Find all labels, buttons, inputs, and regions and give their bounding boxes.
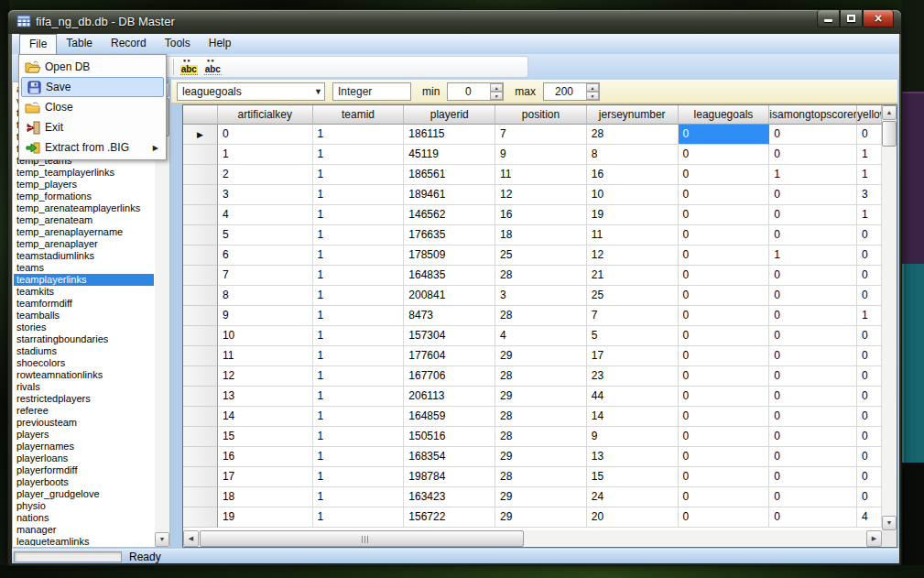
scroll-left-icon[interactable]: ◀ xyxy=(183,530,199,547)
grid-cell[interactable]: 1 xyxy=(857,165,882,185)
grid-cell[interactable]: 12 xyxy=(495,185,587,205)
find-abc-icon[interactable]: ●●abc xyxy=(201,57,225,77)
grid-cell[interactable]: 15 xyxy=(587,467,679,487)
grid-cell[interactable]: 0 xyxy=(679,145,770,165)
grid-cell[interactable]: 178509 xyxy=(404,245,495,266)
grid-cell[interactable]: 0 xyxy=(857,225,882,245)
menu-help[interactable]: Help xyxy=(200,34,241,54)
grid-cell[interactable]: 0 xyxy=(769,407,857,427)
grid-cell[interactable]: 1 xyxy=(857,306,882,326)
grid-cell[interactable]: 0 xyxy=(679,467,770,487)
row-header[interactable] xyxy=(183,245,218,266)
grid-cell[interactable]: 11 xyxy=(495,165,587,185)
grid-cell[interactable]: 0 xyxy=(857,366,882,387)
title-bar[interactable]: fifa_ng_db.db - DB Master × xyxy=(8,10,901,34)
sidebar-item-teams[interactable]: teams xyxy=(14,262,154,274)
grid-cell[interactable]: 11 xyxy=(218,346,313,366)
grid-cell[interactable]: 1 xyxy=(313,387,405,407)
grid-cell[interactable]: 0 xyxy=(769,145,857,165)
grid-cell[interactable]: 164859 xyxy=(404,407,495,427)
grid-cell[interactable]: 12 xyxy=(587,245,679,266)
grid-cell[interactable]: 14 xyxy=(587,407,679,427)
grid-cell[interactable]: 156722 xyxy=(404,507,495,528)
grid-cell[interactable]: 13 xyxy=(587,447,679,467)
spin-down-icon[interactable]: ▼ xyxy=(586,92,599,100)
grid-cell[interactable]: 8473 xyxy=(404,306,495,326)
grid-cell[interactable]: 28 xyxy=(495,427,587,447)
grid-cell[interactable]: 0 xyxy=(679,487,770,507)
row-header[interactable] xyxy=(183,165,218,185)
grid-cell[interactable]: 164835 xyxy=(404,266,495,286)
grid-cell[interactable]: 13 xyxy=(218,387,313,407)
row-header[interactable] xyxy=(183,366,218,387)
grid-cell[interactable]: 1 xyxy=(313,447,405,467)
grid-cell[interactable]: 1 xyxy=(313,145,405,165)
column-type-box[interactable]: Integer xyxy=(332,82,411,101)
grid-cell[interactable]: 186115 xyxy=(404,125,495,145)
sidebar-item-restrictedplayers[interactable]: restrictedplayers xyxy=(14,393,154,405)
grid-cell[interactable]: 45119 xyxy=(404,145,495,165)
max-spinner[interactable]: 200 ▲ ▼ xyxy=(543,82,600,101)
grid-cell[interactable]: 157304 xyxy=(404,326,495,346)
grid-cell[interactable]: 0 xyxy=(857,387,882,407)
column-filter-dropdown[interactable]: leaguegoals ▼ xyxy=(177,82,325,101)
sidebar-item-teamplayerlinks[interactable]: teamplayerlinks xyxy=(14,274,154,286)
grid-cell[interactable]: 189461 xyxy=(404,185,495,205)
grid-cell[interactable]: 1 xyxy=(218,145,313,165)
grid-cell[interactable]: 44 xyxy=(587,387,679,407)
grid-cell[interactable]: 9 xyxy=(495,145,587,165)
grid-cell[interactable]: 1 xyxy=(313,286,405,306)
sidebar-item-previousteam[interactable]: previousteam xyxy=(14,417,154,429)
scroll-up-icon[interactable]: ▲ xyxy=(882,105,897,120)
spin-up-icon[interactable]: ▲ xyxy=(586,83,599,92)
grid-cell[interactable]: 0 xyxy=(679,346,770,366)
grid-cell[interactable]: 4 xyxy=(218,205,313,225)
grid-cell[interactable]: 18 xyxy=(218,487,313,507)
grid-cell[interactable]: 0 xyxy=(769,266,857,286)
grid-cell[interactable]: 1 xyxy=(857,145,882,165)
sidebar-item-playerboots[interactable]: playerboots xyxy=(14,476,154,488)
grid-cell[interactable]: 0 xyxy=(679,165,770,185)
row-header[interactable] xyxy=(183,507,218,528)
grid-cell[interactable]: 28 xyxy=(495,407,587,427)
row-header[interactable] xyxy=(183,346,218,366)
column-header-isamongtopscorers[interactable]: isamongtopscorers xyxy=(769,105,857,125)
scrollbar-thumb[interactable] xyxy=(882,121,897,147)
grid-cell[interactable]: 206113 xyxy=(404,387,495,407)
row-header[interactable] xyxy=(183,306,218,326)
grid-cell[interactable]: 29 xyxy=(495,346,587,366)
grid-cell[interactable]: 0 xyxy=(679,387,770,407)
menu-item-close[interactable]: Close xyxy=(21,97,164,117)
row-header[interactable] xyxy=(183,407,218,427)
min-spinner[interactable]: 0 ▲ ▼ xyxy=(447,82,504,101)
grid-cell[interactable]: 0 xyxy=(679,326,770,346)
grid-cell[interactable]: 0 xyxy=(769,326,857,346)
sidebar-item-player-grudgelove[interactable]: player_grudgelove xyxy=(14,488,154,500)
grid-cell[interactable]: 9 xyxy=(587,427,679,447)
row-header[interactable] xyxy=(183,387,218,407)
grid-cell[interactable]: 163423 xyxy=(404,487,495,507)
grid-cell[interactable]: 10 xyxy=(218,326,313,346)
spin-down-icon[interactable]: ▼ xyxy=(490,92,503,100)
row-header[interactable] xyxy=(183,185,218,205)
grid-cell[interactable]: 0 xyxy=(857,326,882,346)
grid-cell[interactable]: 0 xyxy=(857,266,882,286)
grid-cell[interactable]: 0 xyxy=(857,407,882,427)
grid-cell[interactable]: 16 xyxy=(495,205,587,225)
column-header-position[interactable]: position xyxy=(495,105,587,125)
grid-cell[interactable]: 18 xyxy=(495,225,587,245)
grid-cell[interactable]: 0 xyxy=(679,185,770,205)
row-header[interactable] xyxy=(183,266,218,286)
sidebar-item-shoecolors[interactable]: shoecolors xyxy=(14,357,154,369)
grid-cell[interactable]: 0 xyxy=(679,447,770,467)
grid-cell[interactable]: 24 xyxy=(587,487,679,507)
sidebar-item-teamformdiff[interactable]: teamformdiff xyxy=(14,298,154,310)
grid-cell[interactable]: 0 xyxy=(857,427,882,447)
menu-item-extract-from-big[interactable]: Extract from .BIG▶ xyxy=(21,137,164,158)
grid-cell[interactable]: 3 xyxy=(218,185,313,205)
maximize-button[interactable] xyxy=(840,10,863,27)
sidebar-item-stories[interactable]: stories xyxy=(14,322,154,333)
grid-cell[interactable]: 0 xyxy=(679,266,770,286)
grid-cell[interactable]: 0 xyxy=(769,507,857,528)
grid-cell[interactable]: 0 xyxy=(679,407,770,427)
